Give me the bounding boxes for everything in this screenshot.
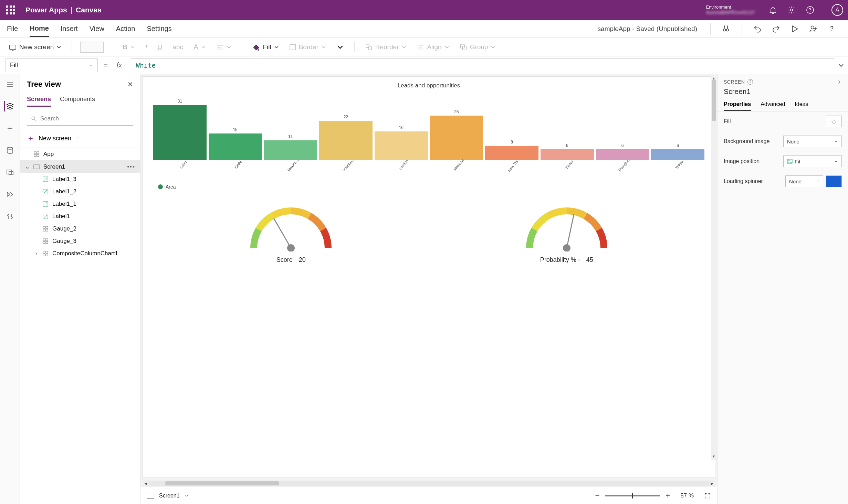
screen-plus-icon <box>9 44 17 51</box>
prop-spinner-select[interactable]: None <box>785 175 823 187</box>
svg-rect-24 <box>37 154 39 157</box>
tab-file[interactable]: File <box>7 21 18 36</box>
props-tab-ideas[interactable]: Ideas <box>795 98 808 111</box>
search-icon <box>31 116 37 122</box>
search-input[interactable] <box>40 115 129 122</box>
canvas-hscrollbar[interactable]: ◀ ▶ <box>143 480 715 487</box>
chevron-down-icon[interactable]: ⌄ <box>25 163 30 170</box>
tree-node[interactable]: Label1 <box>20 210 140 223</box>
group-button[interactable]: Group <box>458 42 498 52</box>
formula-input[interactable] <box>131 58 834 72</box>
toolbar-overflow[interactable] <box>334 42 346 52</box>
undo-icon[interactable] <box>753 24 762 33</box>
rail-power-automate-icon[interactable] <box>5 189 15 200</box>
prop-bgimage-select[interactable]: None <box>783 136 842 147</box>
prop-spinner-label: Loading spinner <box>724 178 763 184</box>
rail-data-icon[interactable] <box>5 145 15 156</box>
canvas[interactable]: Leads and opportunities 3115112216258666… <box>143 76 715 478</box>
fill-button[interactable]: Fill <box>250 42 281 52</box>
control-icon <box>42 176 49 183</box>
props-tab-advanced[interactable]: Advanced <box>761 98 785 111</box>
reorder-button[interactable]: Reorder <box>363 42 409 52</box>
zoom-out-button[interactable]: − <box>595 491 600 500</box>
close-icon[interactable]: ✕ <box>127 80 133 88</box>
current-screen-label[interactable]: Screen1 <box>159 493 180 499</box>
gear-icon[interactable] <box>787 6 796 14</box>
environment-picker[interactable]: Environment AuroraBAPEnv43137 <box>701 5 755 15</box>
canvas-vscrollbar[interactable]: ▲ ▼ <box>711 76 716 460</box>
scroll-thumb[interactable] <box>712 80 716 121</box>
user-avatar[interactable]: A <box>831 4 843 16</box>
rail-advanced-tools-icon[interactable] <box>5 211 15 222</box>
italic-button[interactable]: I <box>143 42 149 52</box>
formula-expand-icon[interactable] <box>834 62 848 68</box>
scroll-right-icon[interactable]: ▶ <box>709 481 715 486</box>
tab-action[interactable]: Action <box>116 21 135 36</box>
app-checker-icon[interactable] <box>722 24 731 33</box>
tree-tab-components[interactable]: Components <box>60 93 95 107</box>
rail-media-icon[interactable] <box>5 167 15 178</box>
share-icon[interactable] <box>809 24 818 33</box>
props-tab-properties[interactable]: Properties <box>724 98 751 111</box>
tree-node[interactable]: Label1_1 <box>20 198 140 210</box>
bold-button[interactable]: B <box>121 42 137 52</box>
scroll-left-icon[interactable]: ◀ <box>143 481 149 486</box>
align-button[interactable]: Align <box>415 42 451 52</box>
tab-settings[interactable]: Settings <box>147 21 171 36</box>
svg-rect-16 <box>7 170 12 174</box>
zoom-in-button[interactable]: + <box>666 491 670 500</box>
tree-node[interactable]: Label1_3 <box>20 173 140 185</box>
column-chart[interactable]: 3115112216258666 CairoDelhiMexico ...Ist… <box>153 93 704 172</box>
tree-node[interactable]: Gauge_2 <box>20 223 140 235</box>
tab-insert[interactable]: Insert <box>61 21 78 36</box>
help-ribbon-icon[interactable] <box>827 24 836 33</box>
chevron-right-icon[interactable]: › <box>34 250 39 257</box>
prop-spinner-color[interactable] <box>826 175 842 187</box>
svg-rect-38 <box>43 251 45 253</box>
tree-node[interactable]: Gauge_3 <box>20 235 140 247</box>
tree-tab-screens[interactable]: Screens <box>27 93 51 107</box>
tree-new-screen[interactable]: ＋ New screen <box>20 130 140 148</box>
redo-icon[interactable] <box>772 24 781 33</box>
underline-button[interactable]: U <box>155 42 164 52</box>
play-icon[interactable] <box>790 24 799 33</box>
scroll-down-icon[interactable]: ▼ <box>711 454 716 460</box>
screen-icon <box>33 163 40 170</box>
font-size-box[interactable] <box>80 42 104 53</box>
help-badge-icon[interactable]: ? <box>747 79 753 85</box>
app-launcher-icon[interactable] <box>5 4 17 16</box>
prop-imgpos-select[interactable]: Fit <box>783 156 842 167</box>
bell-icon[interactable] <box>769 6 777 14</box>
text-align-button[interactable] <box>214 43 233 52</box>
tree-node[interactable]: ›CompositeColumnChart1 <box>20 247 140 260</box>
strikethrough-button[interactable]: abc <box>170 42 185 52</box>
border-icon <box>289 44 296 51</box>
fx-button[interactable]: fx <box>113 58 131 72</box>
property-selector[interactable]: Fill <box>6 58 98 72</box>
tree-node-app[interactable]: App <box>20 148 140 160</box>
fullscreen-icon[interactable] <box>704 492 711 499</box>
tab-home[interactable]: Home <box>30 21 49 37</box>
tree-search[interactable] <box>27 112 133 126</box>
rail-tree-view-icon[interactable] <box>4 101 14 111</box>
chevron-down-icon[interactable] <box>185 494 189 498</box>
tab-view[interactable]: View <box>90 21 104 36</box>
new-screen-button[interactable]: New screen <box>7 42 63 52</box>
gauge-score[interactable]: Score20 <box>246 200 336 264</box>
font-color-button[interactable]: A <box>191 41 208 53</box>
border-button[interactable]: Border <box>287 42 328 52</box>
gauge-probability[interactable]: Probability % -45 <box>522 200 611 264</box>
zoom-slider[interactable] <box>605 495 660 496</box>
rail-insert-icon[interactable] <box>5 123 15 133</box>
tree-node[interactable]: Label1_2 <box>20 185 140 198</box>
tree-node-screen1[interactable]: ⌄ Screen1 ••• <box>20 160 140 173</box>
help-icon[interactable] <box>806 6 814 14</box>
scroll-thumb[interactable] <box>165 481 279 485</box>
formula-bar: Fill = fx <box>0 56 848 74</box>
chevron-right-icon[interactable] <box>837 79 842 84</box>
more-icon[interactable]: ••• <box>127 163 135 170</box>
reorder-icon <box>365 43 373 51</box>
rail-hamburger-icon[interactable] <box>5 79 15 89</box>
prop-fill-value[interactable] <box>826 116 842 127</box>
prop-fill-label: Fill <box>724 118 731 125</box>
